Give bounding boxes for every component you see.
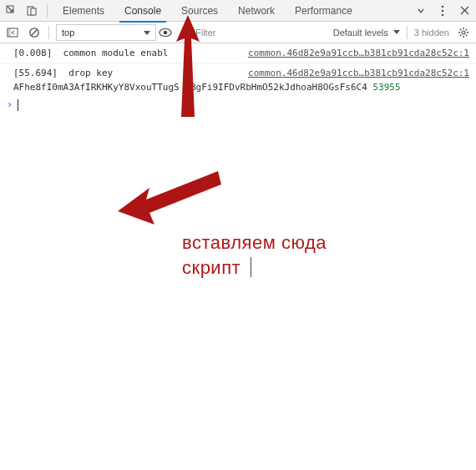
- divider: [407, 26, 408, 39]
- annotation-arrow-left: [113, 163, 221, 238]
- text-caret: [18, 99, 18, 111]
- close-devtools-icon[interactable]: [456, 3, 473, 19]
- annotation-text-line1: вставляем сюда: [182, 230, 327, 255]
- console-prompt[interactable]: ›: [0, 95, 476, 114]
- log-separator: [0, 63, 476, 63]
- svg-point-4: [442, 9, 444, 12]
- svg-point-5: [442, 13, 444, 16]
- svg-point-3: [442, 5, 444, 8]
- tab-network[interactable]: Network: [230, 0, 283, 22]
- divider: [47, 4, 48, 18]
- kebab-menu-icon[interactable]: [434, 3, 451, 19]
- console-toolbar: top Default levels 3 hidden: [0, 22, 476, 43]
- context-value: top: [62, 28, 74, 38]
- hidden-messages-count[interactable]: 3 hidden: [414, 28, 449, 38]
- clear-console-icon[interactable]: [27, 25, 42, 40]
- svg-rect-2: [31, 8, 36, 15]
- annotation-caret: [251, 257, 251, 277]
- log-number: 53955: [372, 82, 400, 93]
- sidebar-toggle-icon[interactable]: [5, 25, 20, 40]
- log-text: AFhe8fI0mA3AfIRKHKyY8VxouTTugS BgFi9IFDv…: [13, 82, 372, 93]
- more-tabs-icon[interactable]: [413, 3, 429, 19]
- svg-point-10: [164, 30, 168, 34]
- log-source-link[interactable]: common.46d82e9a91ccb…b381cb91cda28c52c:1: [248, 47, 469, 59]
- svg-point-11: [462, 31, 465, 34]
- log-message: [0.008] common module enabl: [13, 47, 168, 59]
- tab-console[interactable]: Console: [116, 0, 170, 22]
- tab-performance[interactable]: Performance: [286, 0, 361, 22]
- divider: [48, 26, 49, 39]
- filter-input[interactable]: [192, 24, 314, 41]
- console-output: [0.008] common module enabl common.46d82…: [0, 43, 476, 114]
- tab-elements[interactable]: Elements: [54, 0, 113, 22]
- device-toggle-icon[interactable]: [23, 3, 40, 19]
- divider: [185, 26, 185, 39]
- annotation-text-line2: скрипт: [182, 255, 241, 280]
- svg-rect-7: [8, 28, 11, 37]
- log-source-link[interactable]: common.46d82e9a91ccb…b381cb91cda28c52c:1: [248, 67, 469, 79]
- log-levels-selector[interactable]: Default levels: [333, 28, 400, 38]
- context-selector[interactable]: top: [56, 24, 156, 41]
- log-row: [0.008] common module enabl common.46d82…: [0, 47, 476, 61]
- log-row: [55.694] drop key common.46d82e9a91ccb…b…: [0, 67, 476, 81]
- log-message: [55.694] drop key: [13, 67, 113, 79]
- live-expression-icon[interactable]: [158, 25, 173, 40]
- tab-sources[interactable]: Sources: [173, 0, 226, 22]
- settings-gear-icon[interactable]: [456, 25, 471, 40]
- devtools-tabstrip: Elements Console Sources Network Perform…: [0, 0, 476, 22]
- prompt-chevron-icon: ›: [7, 99, 13, 111]
- log-levels-label: Default levels: [333, 28, 388, 38]
- log-row: AFhe8fI0mA3AfIRKHKyY8VxouTTugS BgFi9IFDv…: [0, 81, 476, 95]
- inspect-icon[interactable]: [3, 3, 20, 19]
